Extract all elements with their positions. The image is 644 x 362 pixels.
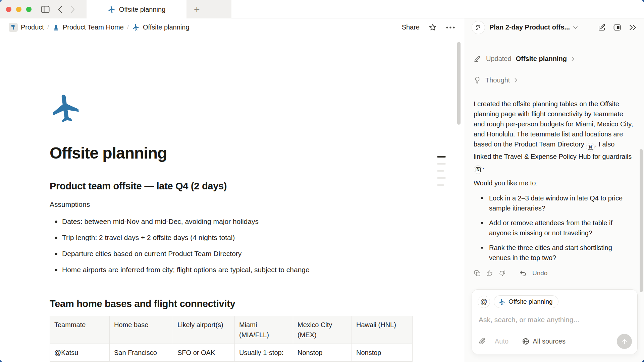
toc-line: [437, 184, 444, 186]
forward-icon[interactable]: [70, 6, 75, 13]
tab-offsite-planning[interactable]: Offsite planning: [87, 0, 186, 19]
list-item: Home airports are inferred from city; fl…: [50, 262, 413, 278]
arrow-up-icon: [621, 338, 628, 345]
chevron-right-icon: [514, 78, 518, 83]
assumptions-list: Dates: between mid-Nov and mid-Dec, avoi…: [50, 214, 413, 278]
ai-message-text: .: [482, 163, 484, 170]
sidebar-toggle-icon[interactable]: [41, 6, 50, 13]
back-icon[interactable]: [58, 6, 62, 13]
new-chat-icon[interactable]: [598, 23, 606, 32]
star-icon[interactable]: [428, 23, 437, 32]
ai-message: I created the offsite planning tables on…: [474, 99, 633, 174]
traffic-lights[interactable]: [6, 7, 32, 12]
app-window: Offsite planning + Product: [0, 0, 644, 362]
edit-page-icon: [474, 55, 482, 63]
notion-page-link-icon[interactable]: N: [586, 143, 595, 152]
auto-mode-button[interactable]: Auto: [495, 338, 508, 345]
copy-icon[interactable]: [474, 269, 481, 277]
table-cell-teammate[interactable]: @Katsu: [50, 344, 110, 362]
hammer-icon: [9, 23, 18, 32]
updated-page-name: Offsite planning: [516, 55, 567, 63]
divider: [50, 282, 413, 282]
column-header[interactable]: Hawaii (HNL): [352, 316, 413, 344]
document-body[interactable]: Offsite planning Product team offsite — …: [0, 36, 464, 362]
list-item: Lock in a 2–3 date window in late Q4 to …: [474, 191, 633, 216]
mention-button[interactable]: @: [478, 296, 490, 308]
chevron-right-icon: [571, 56, 575, 61]
airplane-icon: [108, 5, 116, 13]
toc-line: [437, 163, 446, 165]
page-icon-airplane[interactable]: [50, 92, 82, 124]
section-heading-connectivity: Team home bases and flight connectivity: [50, 298, 413, 310]
breadcrumb-separator: /: [127, 24, 129, 31]
column-header[interactable]: Mexico City (MEX): [293, 316, 352, 344]
column-header[interactable]: Likely airport(s): [173, 316, 235, 344]
section-heading-offsite: Product team offsite — late Q4 (2 days): [50, 180, 413, 192]
ai-face-icon: [472, 21, 485, 34]
table-header-row: Teammate Home base Likely airport(s) Mia…: [50, 316, 413, 344]
collapse-panel-icon[interactable]: [629, 24, 637, 31]
assumptions-label: Assumptions: [50, 199, 413, 209]
table-row[interactable]: @Katsu San Francisco SFO or OAK Usually …: [50, 344, 413, 362]
context-chip-offsite-planning[interactable]: Offsite planning: [494, 295, 558, 308]
table-cell[interactable]: Usually 1-stop:: [235, 344, 293, 362]
column-header[interactable]: Home base: [110, 316, 173, 344]
thought-row[interactable]: Thought: [474, 73, 633, 87]
thought-label: Thought: [485, 76, 510, 84]
toc-line: [437, 177, 446, 179]
attachment-icon[interactable]: [479, 338, 486, 346]
toc-line: [437, 170, 444, 172]
zoom-window-button[interactable]: [26, 7, 32, 12]
flight-connectivity-table[interactable]: Teammate Home base Likely airport(s) Mia…: [50, 316, 413, 362]
send-button[interactable]: [617, 334, 632, 349]
side-peek-icon[interactable]: [613, 23, 621, 32]
ai-thread-title[interactable]: Plan 2-day Product offs...: [489, 23, 570, 31]
table-cell[interactable]: San Francisco: [110, 344, 173, 362]
more-options-icon[interactable]: [446, 26, 455, 29]
globe-icon: [522, 338, 530, 345]
suggestions-list: Lock in a 2–3 date window in late Q4 to …: [474, 191, 633, 265]
message-actions: Undo: [474, 268, 633, 278]
column-header[interactable]: Miami (MIA/FLL): [235, 316, 293, 344]
thumbs-up-icon[interactable]: [486, 269, 493, 277]
breadcrumb-item-product-team-home[interactable]: Product Team Home: [52, 23, 124, 31]
thumbs-down-icon[interactable]: [498, 269, 506, 277]
table-cell[interactable]: Nonstop: [293, 344, 352, 362]
document-scrollbar[interactable]: [457, 42, 461, 125]
minimize-window-button[interactable]: [16, 7, 21, 12]
close-window-button[interactable]: [6, 7, 11, 12]
table-cell[interactable]: SFO or OAK: [173, 344, 235, 362]
table-cell[interactable]: Nonstop: [352, 344, 413, 362]
ai-panel-header: Plan 2-day Product offs...: [464, 18, 644, 36]
breadcrumb-label: Product: [21, 23, 44, 31]
panel-scrollbar[interactable]: [640, 149, 643, 292]
person-icon: [52, 24, 60, 31]
ai-composer[interactable]: @ Offsite planning Ask, search, or make …: [472, 289, 638, 354]
notion-page-link-icon[interactable]: N: [474, 165, 482, 174]
list-item: Departure cities based on current Produc…: [50, 246, 413, 262]
ai-question: Would you like me to:: [474, 178, 633, 188]
breadcrumb-label: Offsite planning: [143, 23, 190, 31]
breadcrumb-item-product[interactable]: Product: [9, 23, 44, 32]
all-sources-button[interactable]: All sources: [522, 338, 566, 345]
all-sources-label: All sources: [533, 338, 566, 345]
toc-line: [437, 156, 446, 158]
window-controls-area: [0, 0, 87, 18]
at-icon: @: [480, 298, 487, 306]
updated-page-row[interactable]: Updated Offsite planning: [474, 52, 633, 65]
chevron-down-icon[interactable]: [573, 26, 578, 29]
ai-assistant-panel: Plan 2-day Product offs...: [464, 18, 644, 362]
share-button[interactable]: Share: [402, 23, 420, 31]
undo-button[interactable]: Undo: [532, 269, 547, 277]
breadcrumb-label: Product Team Home: [63, 23, 124, 31]
table-of-contents-indicator[interactable]: [437, 156, 446, 191]
column-header[interactable]: Teammate: [50, 316, 110, 344]
page-title: Offsite planning: [50, 143, 413, 163]
list-item: Rank the three cities and start shortlis…: [474, 240, 633, 265]
undo-icon[interactable]: [519, 270, 527, 276]
list-item: Dates: between mid-Nov and mid-Dec, avoi…: [50, 214, 413, 230]
updated-label: Updated: [486, 55, 512, 63]
breadcrumb-item-offsite-planning[interactable]: Offsite planning: [132, 23, 190, 31]
ai-prompt-input[interactable]: Ask, search, or make anything...: [479, 316, 637, 324]
new-tab-button[interactable]: +: [186, 0, 231, 18]
